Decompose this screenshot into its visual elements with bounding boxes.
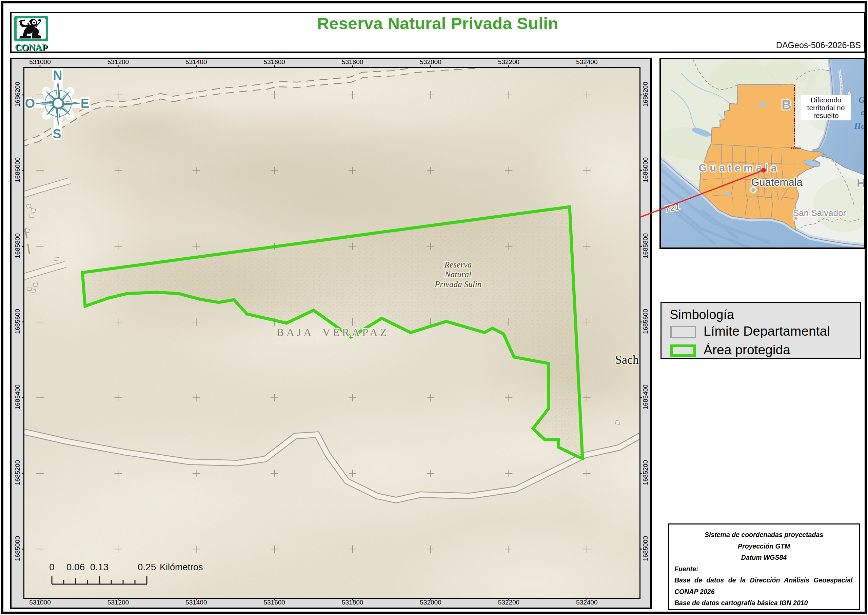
svg-text:Natural: Natural (445, 270, 471, 279)
svg-text:BAJA VERAPAZ: BAJA VERAPAZ (277, 326, 389, 338)
svg-text:0: 0 (49, 562, 55, 572)
svg-text:Guatemala: Guatemala (698, 162, 780, 174)
svg-text:S: S (53, 127, 61, 141)
svg-text:Hond: Hond (854, 121, 864, 131)
svg-text:Diferendo: Diferendo (810, 96, 841, 104)
svg-text:Kilómetros: Kilómetros (160, 562, 203, 572)
svg-text:Gu: Gu (859, 95, 864, 105)
svg-text:San Salvador: San Salvador (793, 208, 846, 218)
svg-text:Sach: Sach (615, 353, 639, 367)
svg-text:O: O (25, 96, 35, 111)
svg-text:Reserva: Reserva (444, 260, 472, 269)
svg-text:resuelto: resuelto (813, 112, 839, 119)
svg-text:E: E (81, 96, 89, 111)
svg-text:N: N (53, 68, 62, 83)
svg-text:Privada Sulin: Privada Sulin (434, 280, 481, 289)
svg-text:0.06: 0.06 (66, 562, 85, 572)
svg-text:o: o (861, 108, 864, 117)
svg-text:B: B (782, 97, 795, 112)
svg-text:Guatemala: Guatemala (751, 176, 802, 188)
svg-text:0.25: 0.25 (137, 562, 156, 572)
svg-text:territorial no: territorial no (807, 104, 845, 112)
svg-text:0.13: 0.13 (90, 562, 109, 572)
svg-text:Ho: Ho (857, 176, 864, 189)
